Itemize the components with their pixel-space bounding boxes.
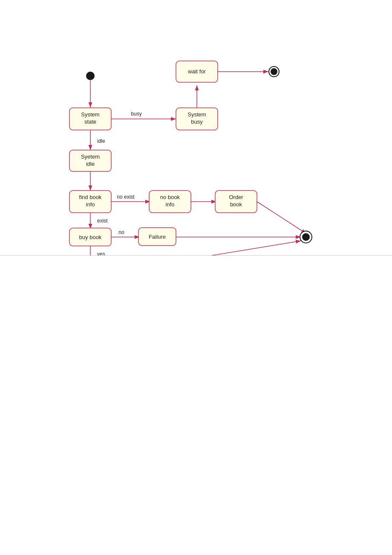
state-diagram-svg: System state busy System busy wait for i…: [0, 0, 392, 255]
label-exist: exist: [97, 218, 108, 224]
label-yes: yes: [97, 251, 105, 255]
label-no-book-info: no book: [160, 194, 180, 200]
label-order-book-2: book: [230, 201, 242, 208]
label-failure: Failure: [149, 234, 166, 240]
label-find-book-info-2: info: [86, 201, 95, 208]
label-no-book-info-2: info: [166, 201, 175, 208]
label-order-book: Order: [229, 194, 243, 200]
label-busy: busy: [131, 111, 141, 117]
start-node: [86, 72, 95, 80]
label-system-state-2: state: [84, 119, 96, 125]
label-wait-for: wait for: [187, 68, 206, 75]
label-no-exist: no exist: [117, 194, 135, 200]
label-no: no: [118, 229, 124, 235]
label-system-idle: Syetem: [81, 153, 100, 160]
diagram-container: System state busy System busy wait for i…: [0, 0, 392, 256]
label-system-idle-2: idle: [86, 161, 95, 167]
label-find-book-info: find book: [79, 194, 102, 200]
end-node-top-inner: [271, 68, 277, 75]
label-idle: idle: [97, 138, 105, 144]
label-buy-book: buy book: [79, 234, 102, 240]
label-system-busy: System: [187, 111, 206, 118]
arrow-order-to-end: [257, 202, 306, 234]
label-system-busy-2: busy: [191, 119, 203, 125]
label-system-state: System: [81, 111, 99, 118]
end-node-bottom-inner: [302, 233, 310, 241]
